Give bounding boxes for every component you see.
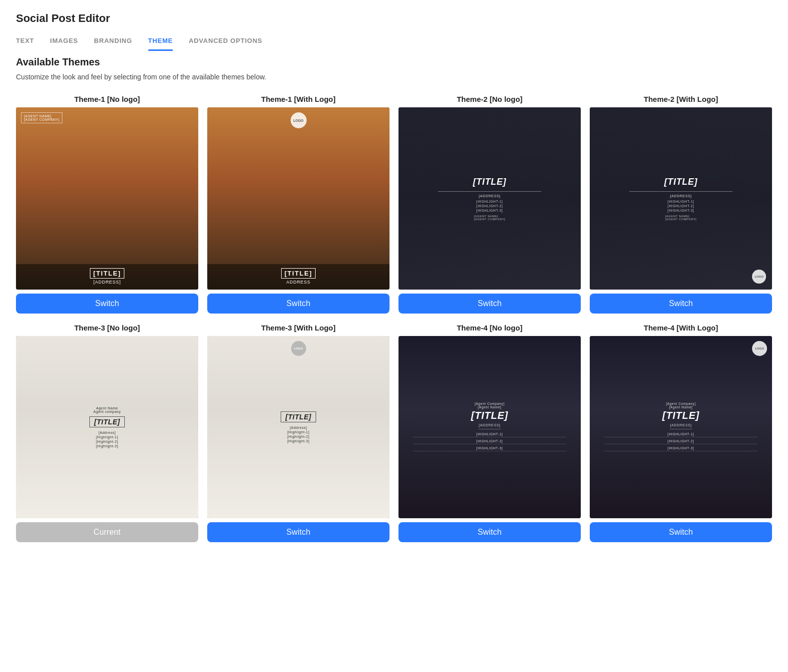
theme-card-title: Theme-3 [With Logo]	[261, 324, 336, 332]
theme-card: Theme-3 [No logo] Agent NameAgent compan…	[16, 324, 198, 542]
current-button: Current	[16, 522, 198, 542]
theme-card: Theme-1 [No logo] [AGENT NAME][AGENT COM…	[16, 95, 198, 314]
theme-preview: Agent NameAgent company [TITLE] [Address…	[16, 336, 198, 518]
theme-card-title: Theme-1 [With Logo]	[261, 95, 336, 103]
theme-preview: LOGO [TITLE] ADDRESS	[207, 107, 390, 290]
theme-preview: [TITLE] [ADDRESS] [HIGHLIGHT-1] [HIGHLIG…	[398, 107, 581, 290]
tab-images[interactable]: IMAGES	[50, 37, 78, 51]
theme-card: Theme-1 [With Logo] LOGO [TITLE] ADDRESS…	[207, 95, 390, 314]
theme-card: Theme-4 [With Logo] LOGO [Agent Company]…	[590, 324, 772, 542]
theme-preview: LOGO [TITLE] [Address] [Highlight-1] [Hi…	[207, 336, 390, 518]
page-title: Social Post Editor	[16, 12, 772, 25]
switch-button[interactable]: Switch	[590, 294, 772, 314]
theme-card-title: Theme-2 [With Logo]	[644, 95, 718, 103]
section-description: Customize the look and feel by selecting…	[16, 73, 772, 81]
theme-card: Theme-4 [No logo] [Agent Company][Agent …	[398, 324, 581, 542]
theme-preview: [TITLE] [ADDRESS] [HIGHLIGHT-1] [HIGHLIG…	[590, 107, 772, 290]
switch-button[interactable]: Switch	[16, 294, 198, 314]
switch-button[interactable]: Switch	[590, 522, 772, 542]
tab-theme[interactable]: THEME	[148, 37, 173, 51]
tab-branding[interactable]: BRANDING	[94, 37, 132, 51]
theme-card: Theme-3 [With Logo] LOGO [TITLE] [Addres…	[207, 324, 390, 542]
theme-card-title: Theme-1 [No logo]	[74, 95, 140, 103]
tab-bar: TEXT IMAGES BRANDING THEME ADVANCED OPTI…	[16, 37, 772, 57]
switch-button[interactable]: Switch	[398, 294, 581, 314]
section-title: Available Themes	[16, 56, 772, 68]
theme-card-title: Theme-4 [With Logo]	[644, 324, 718, 332]
tab-text[interactable]: TEXT	[16, 37, 34, 51]
switch-button[interactable]: Switch	[207, 294, 390, 314]
theme-card: Theme-2 [No logo] [TITLE] [ADDRESS] [HIG…	[398, 95, 581, 314]
theme-preview: [AGENT NAME][AGENT COMPANY] [TITLE] [ADD…	[16, 107, 198, 290]
theme-card-title: Theme-4 [No logo]	[457, 324, 523, 332]
themes-grid: Theme-1 [No logo] [AGENT NAME][AGENT COM…	[16, 95, 772, 542]
theme-card-title: Theme-3 [No logo]	[74, 324, 140, 332]
theme-card-title: Theme-2 [No logo]	[457, 95, 523, 103]
switch-button[interactable]: Switch	[207, 522, 390, 542]
theme-card: Theme-2 [With Logo] [TITLE] [ADDRESS] [H…	[590, 95, 772, 314]
switch-button[interactable]: Switch	[398, 522, 581, 542]
theme-preview: LOGO [Agent Company][Agent Name] [TITLE]…	[590, 336, 772, 518]
theme-preview: [Agent Company][Agent Name] [TITLE] [ADD…	[398, 336, 581, 518]
tab-advanced-options[interactable]: ADVANCED OPTIONS	[189, 37, 262, 51]
